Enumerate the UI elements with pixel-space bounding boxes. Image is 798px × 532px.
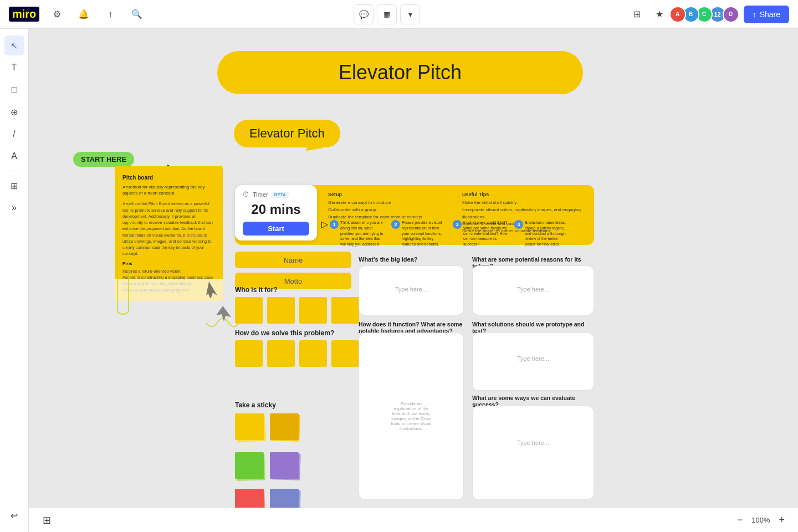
step-2: 2 Please provide a visual representation… xyxy=(391,220,446,247)
name-placeholder: Name xyxy=(284,256,303,264)
who-sticky-1[interactable] xyxy=(235,297,263,324)
tip-2: Incorporate vibrant colors, captivating … xyxy=(462,207,585,221)
star-button[interactable]: ★ xyxy=(651,6,668,23)
undo-button[interactable]: ↩ xyxy=(4,505,24,525)
dropdown-button[interactable]: ▾ xyxy=(400,4,420,24)
avatar-1: A xyxy=(669,6,686,23)
toolbar-right: ⊞ ★ A B C 12 D ↑ Share xyxy=(628,6,789,23)
sticky-stack-green[interactable] xyxy=(235,452,264,479)
motto-placeholder: Motto xyxy=(284,277,303,285)
bottom-left: ⊞ xyxy=(38,511,55,529)
step-3: 3 In what ways could it fail? What are s… xyxy=(453,220,508,247)
how-solve-label: How do we solve this problem? xyxy=(235,329,334,337)
solve-sticky-3[interactable] xyxy=(299,340,327,367)
who-sticky-2[interactable] xyxy=(267,297,295,324)
bottom-right: − 100% + xyxy=(733,512,789,528)
who-sticky-3[interactable] xyxy=(299,297,327,324)
big-idea-card[interactable]: Type here... xyxy=(359,265,464,315)
sticky-stack-blue[interactable] xyxy=(270,489,299,508)
more-tool[interactable]: » xyxy=(4,198,24,218)
pitch-bubble[interactable]: Elevator Pitch xyxy=(234,120,340,147)
steps-row: ▷ 1 Think about who you are doing this f… xyxy=(321,220,569,247)
start-here-text: START HERE xyxy=(81,155,126,163)
step-num-3: 3 xyxy=(453,220,462,229)
sticky-stack-yellow2[interactable] xyxy=(270,413,299,440)
toolbar-left: miro ⚙ 🔔 ↑ 🔍 xyxy=(9,6,146,23)
evaluate-card[interactable]: Type here... xyxy=(472,406,594,500)
timer-card[interactable]: ⏱ Timer BETA 20 mins Start xyxy=(235,185,317,241)
timer-label: Timer xyxy=(253,191,268,198)
function-placeholder: Provide an explanation of the idea and u… xyxy=(385,396,437,437)
miro-logo: miro xyxy=(9,7,39,22)
comment-button[interactable]: 💬 xyxy=(354,4,374,24)
solve-sticky-2[interactable] xyxy=(267,340,295,367)
step-num-4: 4 xyxy=(514,220,523,229)
step-text-2: Please provide a visual representation o… xyxy=(402,220,446,247)
setup-item-1: Generate a concept to introduce. xyxy=(328,200,451,207)
timer-start-button[interactable]: Start xyxy=(243,222,309,236)
tips-title: Useful Tips xyxy=(462,192,585,197)
top-toolbar: miro ⚙ 🔔 ↑ 🔍 💬 ▦ ▾ ⊞ ★ A B C 12 D ↑ Shar… xyxy=(0,0,798,29)
tool-divider xyxy=(7,171,22,171)
pitch-board-subtitle: A method for visually representing the k… xyxy=(122,184,215,196)
step-num-1: 1 xyxy=(330,220,339,229)
toolbar-center: 💬 ▦ ▾ xyxy=(354,4,420,24)
sticky-stack-pink[interactable] xyxy=(235,489,264,508)
main-title-text: Elevator Pitch xyxy=(339,61,462,84)
timer-value: 20 mins xyxy=(243,202,309,217)
step-text-1: Think about who you are doing this for, … xyxy=(340,220,385,247)
who-sticky-row xyxy=(235,297,359,324)
pitch-bubble-text: Elevator Pitch xyxy=(249,126,325,140)
upload-button[interactable]: ↑ xyxy=(101,6,119,23)
notifications-button[interactable]: 🔔 xyxy=(75,6,93,23)
zoom-out-button[interactable]: − xyxy=(733,512,748,528)
share-label: Share xyxy=(760,10,780,19)
pitch-board-card[interactable]: Pitch board A method for visually repres… xyxy=(115,166,223,301)
name-input-bar[interactable]: Name xyxy=(235,252,351,268)
filter-button[interactable]: ⊞ xyxy=(628,6,646,23)
failure-placeholder: Type here... xyxy=(473,286,594,293)
search-button[interactable]: 🔍 xyxy=(128,6,146,23)
share-button[interactable]: ↑ Share xyxy=(744,6,789,23)
step-1: ▷ 1 Think about who you are doing this f… xyxy=(321,220,385,247)
tip-1: Make the initial draft quickly. xyxy=(462,200,585,207)
select-tool[interactable]: ↖ xyxy=(4,35,24,55)
canvas: Elevator Pitch Elevator Pitch START HERE… xyxy=(29,29,798,508)
start-here-label: START HERE xyxy=(73,152,134,167)
sticky-stack-yellow1[interactable] xyxy=(235,413,264,440)
sticky-stack-purple[interactable] xyxy=(270,452,299,479)
text-tool[interactable]: T xyxy=(4,58,24,78)
step-num-2: 2 xyxy=(391,220,400,229)
who-sticky-4[interactable] xyxy=(331,297,359,324)
step-text-4: Brainstorm name ideas, create a catchy t… xyxy=(525,220,569,247)
text2-tool[interactable]: A xyxy=(4,146,24,166)
setup-item-2: Collaborate with a group. xyxy=(328,207,451,214)
sticky-tool[interactable]: □ xyxy=(4,80,24,100)
link-tool[interactable]: ⊕ xyxy=(4,102,24,122)
map-button[interactable]: ⊞ xyxy=(38,511,55,529)
solve-sticky-1[interactable] xyxy=(235,340,263,367)
pitch-board-body: A well-crafted Pitch Board serves as a p… xyxy=(122,201,215,257)
main-title-card[interactable]: Elevator Pitch xyxy=(217,51,583,94)
frame-tool[interactable]: ⊞ xyxy=(4,176,24,196)
evaluate-placeholder: Type here... xyxy=(473,439,594,446)
big-idea-question: What's the big idea? xyxy=(359,256,418,263)
setup-title: Setup xyxy=(328,192,451,197)
prototype-card[interactable]: Type here... xyxy=(472,332,594,391)
step-4: 4 Brainstorm name ideas, create a catchy… xyxy=(514,220,569,247)
user-count: 12 xyxy=(714,11,721,18)
solve-sticky-row xyxy=(235,340,359,367)
avatar-group: A B C 12 D xyxy=(673,6,739,23)
share-icon: ↑ xyxy=(753,10,756,19)
timer-beta: BETA xyxy=(272,192,289,198)
zoom-in-button[interactable]: + xyxy=(774,512,789,528)
solve-sticky-4[interactable] xyxy=(331,340,359,367)
step-arrow-1: ▷ xyxy=(321,220,328,229)
bottom-toolbar: ⊞ − 100% + xyxy=(29,508,798,532)
zoom-level: 100% xyxy=(751,516,770,524)
board-button[interactable]: ▦ xyxy=(377,4,397,24)
failure-card[interactable]: Type here... xyxy=(472,265,594,315)
pen-tool[interactable]: / xyxy=(4,124,24,144)
settings-button[interactable]: ⚙ xyxy=(48,6,66,23)
function-card[interactable]: Provide an explanation of the idea and u… xyxy=(359,332,464,500)
